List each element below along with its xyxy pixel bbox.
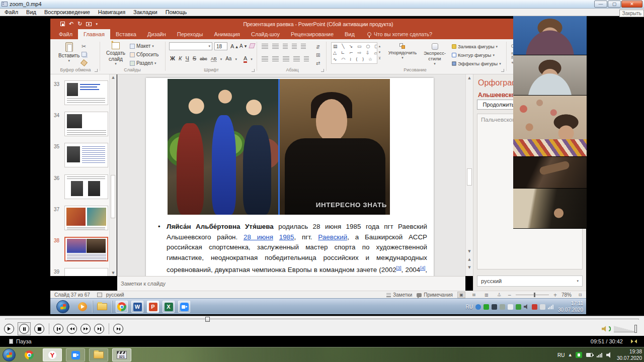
slide-thumbnail-33 (64, 80, 108, 105)
slide-number: 36 (54, 175, 59, 181)
minimize-button[interactable]: — (594, 1, 607, 8)
media-player-icon (76, 301, 89, 313)
status-bar-right: Заметки Примечания ▣ ⊞ ▥ ⏃ − + 78% ⊡ (386, 291, 584, 299)
paste-caret-icon: ▾ (68, 59, 70, 63)
menu-file[interactable]: Файл (5, 9, 18, 15)
host-yandex-button[interactable]: Y (43, 348, 62, 361)
host-mediaplayer-button-active[interactable]: 321 (112, 348, 131, 361)
shapes-gallery: ▤ ╲ ↘ ▭ ○ ▢ △ ∟ ⌐ ⇨ ⇩ ▱ ∿ ◠ ≀ ( ) ☆ (331, 42, 377, 64)
font-color-button: А (244, 55, 247, 63)
participant-video-2 (513, 55, 587, 96)
stop-button[interactable] (34, 324, 44, 334)
host-zoom-button[interactable] (66, 348, 85, 361)
tab-slideshow: Слайд-шоу (246, 29, 285, 39)
host-chrome-button[interactable] (20, 348, 39, 361)
tab-transitions: Переходы (172, 29, 209, 39)
menu-view[interactable]: Вид (26, 9, 36, 15)
skip-back-button[interactable] (53, 324, 63, 334)
host-tray-language[interactable]: RU (557, 352, 565, 358)
host-start-button[interactable] (3, 348, 16, 361)
player-titlebar[interactable]: zoom_0.mp4 — ▢ ✕ (0, 0, 644, 9)
tray-antivirus-icon (516, 304, 521, 310)
next-slide-icon: ▼ (466, 265, 473, 269)
shape-outline-icon (452, 53, 456, 57)
participant-video-1 (513, 16, 587, 55)
group-separator (257, 42, 257, 71)
taskbar-separator (92, 301, 93, 313)
player-controls (0, 322, 644, 336)
line-spacing-icon (301, 44, 306, 49)
slide-canvas: ИНТЕРЕСНО ЗНАТЬ • Ляйса́н Альбе́ртовна У… (146, 78, 434, 276)
slide-number: 39 (54, 269, 59, 275)
player-menubar: Файл Вид Воспроизведение Навигация Закла… (0, 9, 644, 16)
menu-bookmarks[interactable]: Закладки (133, 9, 157, 15)
thumbnail-scrollbar: ▲ ▼ (109, 74, 116, 276)
seek-bar[interactable] (0, 316, 644, 322)
status-language: русский (106, 292, 124, 298)
volume-knob[interactable] (634, 325, 637, 333)
tray-flag-icon (508, 304, 513, 310)
italic-button: К (179, 55, 182, 61)
menu-playback[interactable]: Воспроизведение (44, 9, 90, 15)
paste-button: Вставить ▾ (58, 42, 79, 63)
play-button[interactable] (4, 324, 14, 334)
figure-left (177, 123, 204, 215)
tray-expand-icon[interactable]: ▲ (569, 353, 572, 357)
maximize-button[interactable]: ▢ (608, 1, 621, 8)
figure-center (212, 115, 236, 215)
network-signal-icon[interactable] (597, 353, 602, 357)
scroll-up-icon: ▲ (466, 76, 473, 80)
volume-slider[interactable] (614, 326, 637, 332)
tray-network-icon (548, 305, 553, 309)
tab-home: Главная (78, 29, 110, 39)
paste-icon (65, 42, 73, 52)
slide-number: 35 (54, 144, 59, 149)
participant-video-4 (513, 157, 587, 189)
scroll-up-icon: ▲ (110, 75, 117, 79)
tray-antivirus-icon[interactable] (576, 352, 582, 358)
player-window-title: zoom_0.mp4 (10, 1, 42, 7)
forward-button[interactable] (80, 324, 91, 334)
tell-me-text: Что вы хотите сделать? (374, 31, 432, 37)
slide-number: 33 (54, 81, 59, 87)
tab-file: Файл (53, 29, 78, 39)
host-taskbar-icons: Y 321 (3, 348, 131, 361)
volume-speaker-icon[interactable] (602, 326, 608, 332)
host-tray: RU ▲ 19:38 30.07.2020 (557, 348, 642, 361)
bullet-marker: • (158, 223, 160, 230)
tray-app-icon (475, 304, 481, 310)
ppt-window-title: Презентация раевка - PowerPoint (Сбой ак… (243, 21, 393, 27)
recorded-tray: RU 17:11 30.07.2020 (465, 300, 583, 314)
skip-forward-button[interactable] (94, 324, 104, 334)
pause-button-active[interactable] (18, 322, 31, 335)
slide-sorter-view-button: ⊞ (470, 292, 478, 298)
clear-formatting-icon (250, 43, 255, 49)
frame-indicator-icon (631, 339, 637, 343)
participant-strip (513, 16, 587, 229)
clipboard-dialog-launcher (95, 69, 98, 72)
strikethrough-button: S (193, 55, 196, 61)
menu-help[interactable]: Помощь (166, 9, 187, 15)
powerpoint-icon-active: P (147, 301, 159, 313)
host-clock[interactable]: 19:38 30.07.2020 (617, 348, 642, 361)
battery-icon[interactable] (586, 353, 593, 357)
volume-tray-icon[interactable] (606, 352, 613, 358)
text-direction-icons: ⇵⊞⇄ (316, 43, 320, 67)
menu-navigation[interactable]: Навигация (98, 9, 125, 15)
host-explorer-button[interactable] (89, 348, 108, 361)
lightbulb-icon (367, 32, 371, 36)
recorded-taskbar-icons: W P X (76, 300, 190, 313)
close-button[interactable]: ✕ (621, 1, 642, 8)
recorded-clock: 17:11 30.07.2020 (558, 300, 583, 313)
increase-indent-icon (292, 44, 297, 49)
slide-thumbnail-36 (64, 174, 108, 199)
video-display[interactable]: Презентация раевка - PowerPoint (Сбой ак… (0, 16, 644, 316)
list-buttons (262, 44, 306, 49)
align-center-icon (272, 56, 279, 61)
frame-step-button[interactable] (113, 324, 123, 334)
slide-thumbnail-35 (64, 143, 108, 167)
explorer-icon (96, 301, 108, 313)
rewind-button[interactable] (67, 324, 77, 334)
tray-display-icon (492, 304, 497, 310)
seek-position-marker[interactable] (205, 317, 210, 322)
